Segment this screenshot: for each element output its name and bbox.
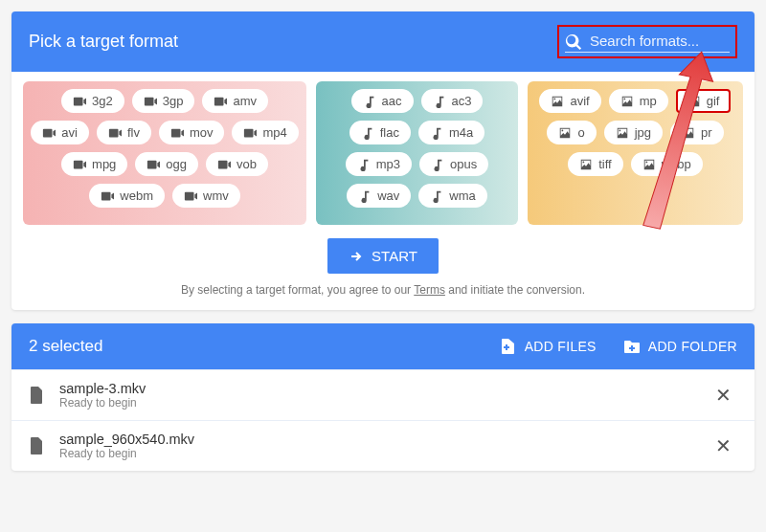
file-add-icon	[500, 338, 517, 355]
group-image: avifmpgifojpgprtiffwebp	[528, 81, 743, 225]
search-box[interactable]	[557, 25, 737, 58]
video-icon	[146, 158, 160, 171]
add-files-button[interactable]: ADD FILES	[500, 338, 597, 355]
format-chip-mp4[interactable]: mp4	[232, 121, 298, 144]
group-audio: aacac3flacm4amp3opuswavwma	[316, 81, 518, 225]
file-row: sample_960x540.mkvReady to begin✕	[11, 420, 755, 471]
format-chip-jpg[interactable]: jpg	[604, 121, 663, 144]
file-icon	[27, 386, 46, 405]
audio-icon	[358, 189, 372, 203]
format-chip-mp3[interactable]: mp3	[346, 152, 412, 176]
format-chip-webm[interactable]: webm	[89, 184, 165, 208]
format-chip-vob[interactable]: vob	[206, 152, 268, 176]
search-input[interactable]	[586, 29, 730, 55]
format-groups: 3g23gpamvaviflvmovmp4mpgoggvobwebmwmv aa…	[11, 72, 755, 233]
video-icon	[217, 158, 231, 171]
format-chip-webp[interactable]: webp	[631, 152, 703, 176]
format-chip-avif[interactable]: avif	[539, 89, 600, 113]
video-icon	[170, 126, 184, 140]
group-video: 3g23gpamvaviflvmovmp4mpgoggvobwebmwmv	[23, 81, 306, 225]
format-chip-flv[interactable]: flv	[97, 121, 151, 144]
file-status: Ready to begin	[59, 447, 708, 460]
image-icon	[551, 95, 564, 108]
file-row: sample-3.mkvReady to begin✕	[11, 369, 755, 420]
file-status: Ready to begin	[59, 396, 708, 410]
audio-icon	[431, 158, 444, 171]
remove-file-button[interactable]: ✕	[708, 431, 739, 461]
format-chip-wma[interactable]: wma	[418, 184, 486, 208]
image-icon	[687, 95, 701, 108]
file-list-card: 2 selected ADD FILES ADD FOLDER sample-3…	[11, 323, 755, 471]
image-icon	[616, 126, 629, 140]
format-chip-aac[interactable]: aac	[351, 89, 414, 113]
terms-link[interactable]: Terms	[414, 283, 445, 297]
format-chip-amv[interactable]: amv	[202, 89, 268, 113]
audio-icon	[430, 189, 443, 203]
format-chip-mov[interactable]: mov	[159, 121, 225, 144]
video-icon	[73, 158, 86, 171]
terms-text: By selecting a target format, you agree …	[11, 283, 755, 310]
format-chip-wmv[interactable]: wmv	[172, 184, 240, 208]
audio-icon	[430, 126, 443, 140]
format-chip-mpg[interactable]: mpg	[61, 152, 127, 176]
audio-icon	[357, 158, 371, 171]
selected-count: 2 selected	[29, 337, 103, 356]
image-icon	[620, 95, 634, 108]
format-chip-ogg[interactable]: ogg	[135, 152, 198, 176]
video-icon	[144, 95, 157, 108]
file-name: sample_960x540.mkv	[59, 432, 708, 447]
video-icon	[214, 95, 227, 108]
start-button[interactable]: START	[327, 238, 439, 274]
arrow-right-icon	[349, 249, 364, 264]
image-icon	[682, 126, 695, 140]
video-icon	[243, 126, 257, 140]
format-chip-mp[interactable]: mp	[609, 89, 668, 113]
video-icon	[101, 189, 114, 203]
format-chip-opus[interactable]: opus	[419, 152, 488, 176]
audio-icon	[363, 95, 376, 108]
format-chip-m4a[interactable]: m4a	[418, 121, 484, 144]
format-chip-flac[interactable]: flac	[349, 121, 411, 144]
format-chip-wav[interactable]: wav	[347, 184, 411, 208]
folder-add-icon	[623, 338, 641, 355]
format-chip-pr[interactable]: pr	[670, 121, 724, 144]
file-name: sample-3.mkv	[59, 381, 708, 396]
video-icon	[73, 95, 86, 108]
format-chip-avi[interactable]: avi	[31, 121, 89, 144]
format-chip-ac3[interactable]: ac3	[421, 89, 484, 113]
file-header: 2 selected ADD FILES ADD FOLDER	[11, 323, 755, 369]
format-chip-3gp[interactable]: 3gp	[132, 89, 195, 113]
search-icon	[565, 33, 582, 51]
audio-icon	[361, 126, 374, 140]
format-chip-tiff[interactable]: tiff	[568, 152, 623, 176]
format-picker-card: Pick a target format 3g23gpamvaviflvmovm…	[11, 11, 755, 310]
add-folder-button[interactable]: ADD FOLDER	[623, 338, 737, 355]
format-chip-3g2[interactable]: 3g2	[61, 89, 124, 113]
image-icon	[558, 126, 572, 140]
file-icon	[27, 436, 46, 455]
video-icon	[184, 189, 197, 203]
video-icon	[42, 126, 56, 140]
audio-icon	[433, 95, 446, 108]
format-header: Pick a target format	[11, 11, 755, 72]
start-label: START	[372, 248, 417, 264]
image-icon	[642, 158, 656, 171]
image-icon	[579, 158, 593, 171]
format-chip-o[interactable]: o	[547, 121, 596, 144]
remove-file-button[interactable]: ✕	[708, 380, 739, 410]
format-header-title: Pick a target format	[29, 32, 178, 52]
video-icon	[108, 126, 122, 140]
format-chip-gif[interactable]: gif	[676, 89, 732, 113]
